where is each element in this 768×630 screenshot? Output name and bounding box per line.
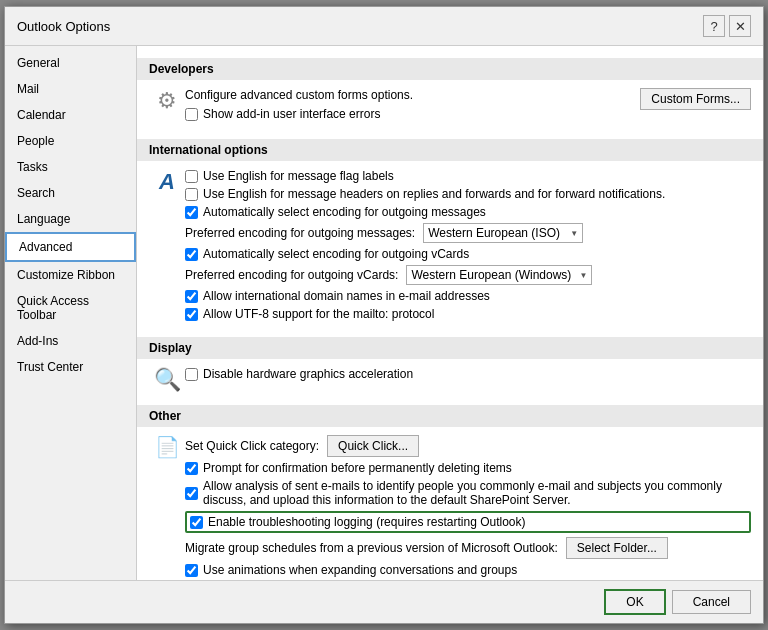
cancel-button[interactable]: Cancel [672,590,751,614]
sidebar-item-people[interactable]: People [5,128,136,154]
encoding-select[interactable]: Western European (ISO) [423,223,583,243]
display-icon: 🔍 [149,367,185,393]
other-option4-checkbox[interactable] [185,564,198,577]
intl-option3-row: Automatically select encoding for outgoi… [185,205,751,219]
other-icon: 📄 [149,435,185,459]
other-option2-row: Allow analysis of sent e-mails to identi… [185,479,751,507]
intl-option1-label: Use English for message flag labels [203,169,394,183]
configure-label: Configure advanced custom forms options. [185,88,413,102]
quick-click-row: Set Quick Click category: Quick Click... [185,435,751,457]
display-option1-checkbox[interactable] [185,368,198,381]
intl-option5-row: Allow international domain names in e-ma… [185,289,751,303]
other-option2-label: Allow analysis of sent e-mails to identi… [203,479,751,507]
intl-option6-row: Allow UTF-8 support for the mailto: prot… [185,307,751,321]
vcards-select-wrapper: Western European (Windows) [406,265,592,285]
international-section-header: International options [137,139,763,161]
other-option4-label: Use animations when expanding conversati… [203,563,517,577]
other-option1-checkbox[interactable] [185,462,198,475]
other-option1-row: Prompt for confirmation before permanent… [185,461,751,475]
display-content: Disable hardware graphics acceleration [185,367,751,385]
developers-content: Configure advanced custom forms options.… [185,88,751,127]
custom-forms-button[interactable]: Custom Forms... [640,88,751,110]
select-folder-button[interactable]: Select Folder... [566,537,668,559]
show-addin-label: Show add-in user interface errors [203,107,380,121]
other-section: 📄 Set Quick Click category: Quick Click.… [149,435,751,580]
intl-option4-row: Automatically select encoding for outgoi… [185,247,751,261]
intl-option3-checkbox[interactable] [185,206,198,219]
intl-option4-checkbox[interactable] [185,248,198,261]
content-area: Developers ⚙ Configure advanced custom f… [137,46,763,580]
dialog-body: GeneralMailCalendarPeopleTasksSearchLang… [5,46,763,580]
content-scroll: Developers ⚙ Configure advanced custom f… [137,46,763,580]
encoding-select-wrapper: Western European (ISO) [423,223,583,243]
other-section-header: Other [137,405,763,427]
vcards-row: Preferred encoding for outgoing vCards: … [185,265,751,285]
outlook-options-dialog: Outlook Options ? ✕ GeneralMailCalendarP… [4,6,764,624]
developers-section-header: Developers [137,58,763,80]
intl-option2-label: Use English for message headers on repli… [203,187,665,201]
sidebar-item-tasks[interactable]: Tasks [5,154,136,180]
ok-button[interactable]: OK [604,589,665,615]
international-section: A Use English for message flag labels Us… [149,169,751,325]
international-content: Use English for message flag labels Use … [185,169,751,325]
dialog-title: Outlook Options [17,19,110,34]
display-option1-row: Disable hardware graphics acceleration [185,367,751,381]
sidebar-item-search[interactable]: Search [5,180,136,206]
sidebar-item-quick-access-toolbar[interactable]: Quick Access Toolbar [5,288,136,328]
intl-option5-label: Allow international domain names in e-ma… [203,289,490,303]
vcards-label: Preferred encoding for outgoing vCards: [185,268,398,282]
encoding-row: Preferred encoding for outgoing messages… [185,223,751,243]
intl-option2-checkbox[interactable] [185,188,198,201]
other-option3-highlight-row: Enable troubleshooting logging (requires… [185,511,751,533]
sidebar-item-trust-center[interactable]: Trust Center [5,354,136,380]
vcards-select[interactable]: Western European (Windows) [406,265,592,285]
other-option4-row: Use animations when expanding conversati… [185,563,751,577]
intl-option3-label: Automatically select encoding for outgoi… [203,205,486,219]
display-section: 🔍 Disable hardware graphics acceleration [149,367,751,393]
dialog-footer: OK Cancel [5,580,763,623]
configure-row: Configure advanced custom forms options.… [185,88,751,125]
sidebar-item-general[interactable]: General [5,50,136,76]
show-addin-row: Show add-in user interface errors [185,107,640,121]
configure-label-row: Configure advanced custom forms options. [185,88,640,102]
developers-left: Configure advanced custom forms options.… [185,88,640,125]
intl-option1-checkbox[interactable] [185,170,198,183]
close-button[interactable]: ✕ [729,15,751,37]
intl-option6-label: Allow UTF-8 support for the mailto: prot… [203,307,434,321]
intl-option1-row: Use English for message flag labels [185,169,751,183]
display-option1-label: Disable hardware graphics acceleration [203,367,413,381]
title-bar: Outlook Options ? ✕ [5,7,763,46]
intl-option5-checkbox[interactable] [185,290,198,303]
other-option3-label: Enable troubleshooting logging (requires… [208,515,526,529]
sidebar-item-advanced[interactable]: Advanced [5,232,136,262]
sidebar-item-language[interactable]: Language [5,206,136,232]
other-option1-label: Prompt for confirmation before permanent… [203,461,512,475]
developers-section: ⚙ Configure advanced custom forms option… [149,88,751,127]
sidebar-item-calendar[interactable]: Calendar [5,102,136,128]
translate-icon: A [149,169,185,195]
migrate-label: Migrate group schedules from a previous … [185,541,558,555]
intl-option2-row: Use English for message headers on repli… [185,187,751,201]
show-addin-checkbox[interactable] [185,108,198,121]
intl-option4-label: Automatically select encoding for outgoi… [203,247,469,261]
help-button[interactable]: ? [703,15,725,37]
gear-icon: ⚙ [149,88,185,114]
intl-option6-checkbox[interactable] [185,308,198,321]
quick-click-label: Set Quick Click category: [185,439,319,453]
other-option2-checkbox[interactable] [185,487,198,500]
sidebar: GeneralMailCalendarPeopleTasksSearchLang… [5,46,137,580]
encoding-label: Preferred encoding for outgoing messages… [185,226,415,240]
quick-click-button[interactable]: Quick Click... [327,435,419,457]
migrate-row: Migrate group schedules from a previous … [185,537,751,559]
title-bar-buttons: ? ✕ [703,15,751,37]
other-option3-checkbox[interactable] [190,516,203,529]
sidebar-item-add-ins[interactable]: Add-Ins [5,328,136,354]
sidebar-item-customize-ribbon[interactable]: Customize Ribbon [5,262,136,288]
sidebar-item-mail[interactable]: Mail [5,76,136,102]
display-section-header: Display [137,337,763,359]
other-content: Set Quick Click category: Quick Click...… [185,435,751,580]
